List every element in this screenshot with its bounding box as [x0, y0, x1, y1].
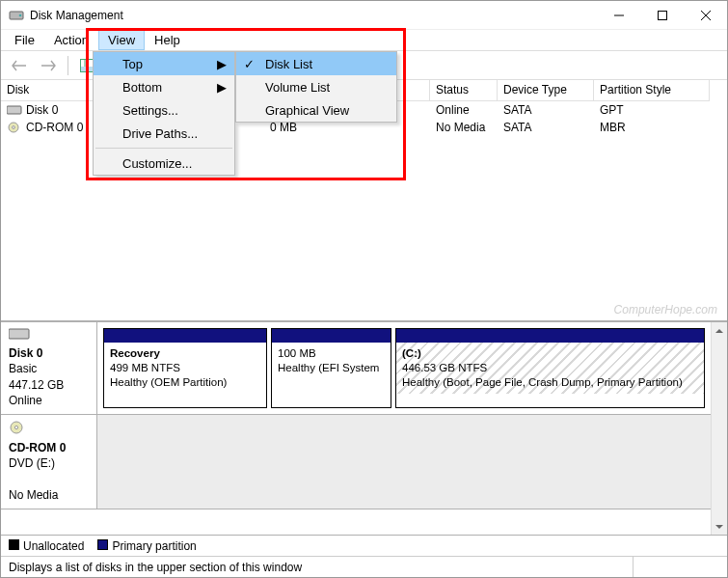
cell-device-type: SATA — [498, 121, 594, 134]
cell-unallocated: 0 MB — [264, 121, 430, 134]
partition-title: Recovery — [110, 347, 160, 359]
partition-recovery[interactable]: Recovery 499 MB NTFS Healthy (OEM Partit… — [103, 328, 267, 408]
window-controls — [597, 1, 727, 29]
disk-label-0[interactable]: Disk 0 Basic 447.12 GB Online — [1, 322, 97, 414]
col-disk[interactable]: Disk — [1, 80, 97, 101]
view-top-item[interactable]: Top ▶ — [94, 52, 234, 75]
svg-rect-9 — [7, 106, 21, 114]
view-customize-item[interactable]: Customize... — [94, 151, 234, 175]
menu-action[interactable]: Action — [44, 30, 98, 50]
partition-size: 446.53 GB NTFS — [402, 362, 487, 373]
col-device-type[interactable]: Device Type — [498, 80, 594, 101]
disk-name: Disk 0 — [9, 345, 89, 361]
svg-point-1 — [19, 14, 22, 16]
statusbar-text: Displays a list of disks in the upper se… — [9, 561, 302, 574]
disk-kind: DVD (E:) — [9, 455, 89, 471]
svg-rect-12 — [9, 329, 29, 339]
cell-disk: Disk 0 — [26, 103, 58, 117]
disk-kind: Basic — [9, 361, 89, 376]
toolbar-separator — [67, 56, 68, 75]
disk-management-window: Disk Management File Action View Help Di… — [0, 0, 728, 578]
statusbar: Displays a list of disks in the upper se… — [1, 556, 727, 577]
partition-status: Healthy (OEM Partition) — [110, 376, 227, 388]
legend: Unallocated Primary partition — [1, 535, 727, 556]
view-dropdown: Top ▶ Bottom ▶ Settings... Drive Paths..… — [93, 51, 235, 176]
cd-icon — [7, 122, 22, 133]
partition-efi[interactable]: 100 MB Healthy (EFI System — [271, 328, 391, 408]
disk-name: CD-ROM 0 — [9, 440, 89, 455]
chevron-right-icon: ▶ — [217, 57, 227, 71]
minimize-button[interactable] — [597, 1, 640, 29]
menu-separator — [95, 148, 232, 149]
col-status[interactable]: Status — [430, 80, 498, 101]
menubar: File Action View Help — [1, 30, 727, 51]
top-graphical-view-item[interactable]: Graphical View — [236, 98, 396, 122]
disk-row-cdrom: CD-ROM 0 DVD (E:) No Media — [1, 415, 711, 509]
partition-stripe — [272, 329, 391, 343]
cell-device-type: SATA — [498, 103, 594, 117]
disk-status: Online — [9, 393, 89, 408]
partition-title: (C:) — [402, 347, 421, 359]
svg-point-14 — [14, 426, 17, 428]
forward-button[interactable] — [36, 54, 61, 77]
partition-size: 100 MB — [278, 347, 316, 359]
view-settings-item[interactable]: Settings... — [94, 98, 234, 122]
hdd-icon — [9, 328, 89, 344]
titlebar: Disk Management — [1, 1, 727, 30]
col-partition-style[interactable]: Partition Style — [594, 80, 710, 101]
top-volume-list-item[interactable]: Volume List — [236, 75, 396, 98]
scroll-up-icon[interactable] — [713, 322, 727, 339]
partition-size: 499 MB NTFS — [110, 362, 180, 373]
disk-label-cdrom[interactable]: CD-ROM 0 DVD (E:) No Media — [1, 415, 97, 509]
partition-status: Healthy (Boot, Page File, Crash Dump, Pr… — [402, 376, 683, 388]
graphical-view-pane: Disk 0 Basic 447.12 GB Online Recovery 4… — [1, 321, 727, 535]
cell-partition-style: GPT — [594, 103, 710, 117]
view-bottom-item[interactable]: Bottom ▶ — [94, 75, 234, 98]
cell-status: Online — [430, 103, 498, 117]
partition-status: Healthy (EFI System — [278, 362, 379, 373]
top-disk-list-item[interactable]: ✓ Disk List — [236, 52, 396, 75]
cell-status: No Media — [430, 121, 498, 134]
cd-icon — [9, 421, 89, 438]
legend-unallocated: Unallocated — [9, 539, 84, 553]
cdrom-empty-area — [97, 415, 711, 509]
disk-status: No Media — [9, 487, 89, 503]
statusbar-segment — [633, 557, 719, 577]
disk-management-icon — [9, 8, 24, 23]
close-button[interactable] — [684, 1, 727, 29]
svg-rect-3 — [658, 11, 666, 19]
partition-stripe — [396, 329, 704, 343]
svg-point-11 — [13, 126, 15, 129]
legend-primary: Primary partition — [97, 539, 196, 553]
watermark: ComputerHope.com — [614, 303, 717, 317]
top-submenu: ✓ Disk List Volume List Graphical View — [235, 51, 397, 123]
chevron-right-icon: ▶ — [217, 80, 227, 95]
disk-size: 447.12 GB — [9, 377, 89, 393]
cell-disk: CD-ROM 0 — [26, 121, 83, 134]
menu-file[interactable]: File — [5, 30, 44, 50]
maximize-button[interactable] — [640, 1, 684, 29]
view-drive-paths-item[interactable]: Drive Paths... — [94, 122, 234, 145]
cell-partition-style: MBR — [594, 121, 710, 134]
menu-view[interactable]: View — [98, 30, 145, 50]
disk-row-0: Disk 0 Basic 447.12 GB Online Recovery 4… — [1, 322, 711, 415]
window-title: Disk Management — [30, 9, 597, 22]
back-button[interactable] — [7, 54, 32, 77]
partition-c-drive[interactable]: (C:) 446.53 GB NTFS Healthy (Boot, Page … — [395, 328, 705, 408]
scroll-down-icon[interactable] — [713, 518, 727, 535]
hdd-icon — [7, 104, 22, 116]
checkmark-icon: ✓ — [244, 57, 255, 71]
partition-stripe — [104, 329, 266, 343]
vertical-scrollbar[interactable] — [711, 322, 727, 535]
disk-partitions: Recovery 499 MB NTFS Healthy (OEM Partit… — [97, 322, 711, 414]
menu-help[interactable]: Help — [145, 30, 190, 50]
